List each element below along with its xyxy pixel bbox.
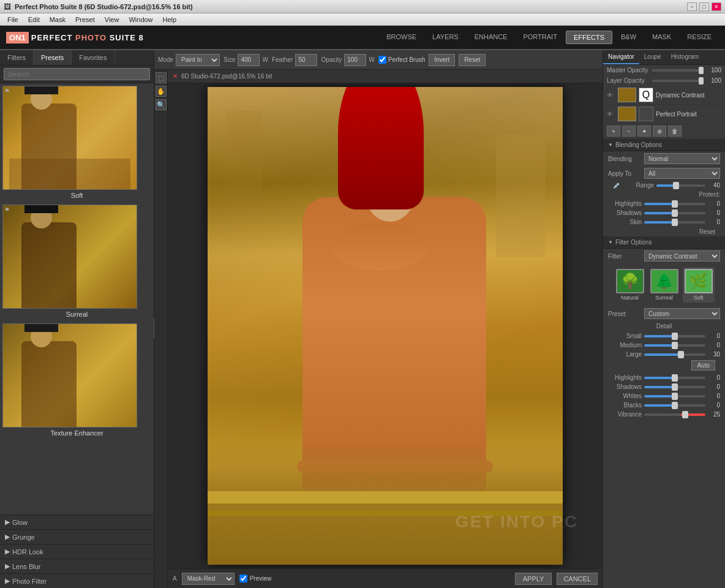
- mask-select[interactable]: Mask-Red Mask-Green Mask-Blue: [182, 573, 235, 585]
- highlights-blend-slider[interactable]: [644, 203, 705, 205]
- preview-label: Preview: [250, 575, 272, 582]
- layer-star-button[interactable]: ✦: [637, 126, 651, 137]
- select-tool[interactable]: ⬚: [156, 72, 167, 83]
- minimize-button[interactable]: −: [687, 2, 697, 11]
- preset-select[interactable]: Custom Natural Surreal Soft: [644, 308, 720, 319]
- blending-section-header[interactable]: ▼ Blending Options: [603, 139, 725, 151]
- menu-edit[interactable]: Edit: [23, 16, 45, 23]
- tab-favorites[interactable]: Favorites: [72, 50, 115, 65]
- blacks-filter-label: Blacks: [608, 402, 642, 409]
- layer-dynamic-contrast[interactable]: 👁 Q Dynamic Contrast: [603, 86, 725, 105]
- file-tab-close[interactable]: ✕: [173, 73, 178, 80]
- perfect-brush-checkbox[interactable]: [378, 56, 386, 64]
- menu-file[interactable]: File: [2, 16, 23, 23]
- tool-strip: ⬚ ✋ 🔍: [154, 70, 168, 588]
- section-photo-filter[interactable]: ▶ Photo Filter: [0, 573, 154, 588]
- preview-checkbox[interactable]: [239, 575, 247, 582]
- blending-section-label: Blending Options: [615, 141, 662, 148]
- highlights-blend-row: Highlights 0: [603, 199, 725, 208]
- preset-item-surreal[interactable]: ⚑ Surreal: [2, 205, 151, 320]
- small-slider[interactable]: [644, 335, 705, 337]
- layer-eye-icon-portrait[interactable]: 👁: [607, 111, 615, 118]
- layer-opacity-slider[interactable]: [652, 80, 704, 82]
- large-slider[interactable]: [644, 353, 705, 356]
- tab-filters[interactable]: Filters: [0, 50, 34, 65]
- preset-label-surreal: Surreal: [2, 309, 151, 320]
- invert-button[interactable]: Invert: [429, 54, 455, 66]
- feather-input[interactable]: [295, 54, 317, 66]
- perfect-brush-check[interactable]: Perfect Brush: [378, 56, 426, 64]
- shadows-blend-value: 0: [708, 209, 720, 216]
- maximize-button[interactable]: □: [699, 2, 709, 11]
- filter-section-header[interactable]: ▼ Filter Options: [603, 236, 725, 249]
- tab-navigator[interactable]: Navigator: [603, 50, 639, 64]
- nav-resize[interactable]: RESIZE: [680, 31, 719, 44]
- filter-preset-surreal[interactable]: 🌲 Surreal: [648, 267, 680, 303]
- zoom-tool[interactable]: 🔍: [156, 99, 167, 110]
- auto-button[interactable]: Auto: [691, 360, 715, 371]
- nav-mask[interactable]: MASK: [645, 31, 678, 44]
- search-input[interactable]: [4, 68, 150, 80]
- opacity-label: Opacity: [321, 56, 342, 63]
- skin-blend-slider[interactable]: [644, 221, 705, 224]
- cancel-button[interactable]: CANCEL: [557, 573, 598, 585]
- tab-histogram[interactable]: Histogram: [666, 50, 704, 64]
- section-hdr[interactable]: ▶ HDR Look: [0, 544, 154, 559]
- eyedropper-icon[interactable]: 💉: [613, 182, 618, 189]
- master-opacity-slider[interactable]: [652, 69, 704, 72]
- apply-to-select[interactable]: All: [644, 168, 720, 179]
- menu-view[interactable]: View: [100, 16, 124, 23]
- nav-layers[interactable]: LAYERS: [425, 31, 466, 44]
- medium-slider[interactable]: [644, 344, 705, 347]
- small-label: Small: [608, 333, 642, 339]
- section-lens-blur[interactable]: ▶ Lens Blur: [0, 559, 154, 573]
- range-slider[interactable]: [656, 184, 705, 187]
- preset-item-texture[interactable]: Texture Enhancer: [2, 323, 151, 439]
- tab-loupe[interactable]: Loupe: [639, 50, 666, 64]
- filter-preset-natural[interactable]: 🌳 Natural: [614, 267, 646, 303]
- blending-reset-button[interactable]: Reset: [608, 228, 720, 235]
- size-input[interactable]: [238, 54, 260, 66]
- layer-merge-button[interactable]: ⊕: [653, 126, 666, 137]
- layer-add-button[interactable]: +: [607, 126, 620, 137]
- close-button[interactable]: ✕: [712, 2, 721, 11]
- vibrance-filter-slider[interactable]: [644, 413, 705, 416]
- medium-value: 0: [708, 342, 720, 349]
- nav-browse[interactable]: BROWSE: [379, 31, 424, 44]
- filter-preset-soft[interactable]: 🌿 Soft: [683, 267, 715, 303]
- preview-check[interactable]: Preview: [239, 575, 272, 582]
- blending-select[interactable]: Normal Multiply Screen: [644, 153, 720, 164]
- apply-button[interactable]: APPLY: [515, 573, 552, 585]
- layer-perfect-portrait[interactable]: 👁 Perfect Portrait: [603, 105, 725, 124]
- filter-select[interactable]: Dynamic Contrast: [644, 251, 720, 262]
- layer-delete-button[interactable]: 🗑: [668, 126, 682, 137]
- nav-effects[interactable]: EFFECTS: [566, 31, 612, 44]
- menu-preset[interactable]: Preset: [70, 16, 100, 23]
- highlights-filter-slider[interactable]: [644, 377, 705, 379]
- menu-help[interactable]: Help: [158, 16, 182, 23]
- reset-button[interactable]: Reset: [459, 54, 486, 66]
- preset-flag-surreal: ⚑: [4, 206, 10, 213]
- shadows-blend-slider[interactable]: [644, 212, 705, 214]
- opacity-input[interactable]: [344, 54, 366, 66]
- blacks-filter-slider[interactable]: [644, 404, 705, 407]
- section-glow[interactable]: ▶ Glow: [0, 514, 154, 529]
- preset-thumb-texture: [2, 323, 137, 428]
- menubar: File Edit Mask Preset View Window Help: [0, 13, 725, 26]
- whites-filter-slider[interactable]: [644, 395, 705, 398]
- nav-bw[interactable]: B&W: [614, 31, 644, 44]
- shadows-filter-slider[interactable]: [644, 386, 705, 388]
- tab-presets[interactable]: Presets: [34, 50, 72, 65]
- section-grunge[interactable]: ▶ Grunge: [0, 529, 154, 544]
- perfect-brush-label: Perfect Brush: [388, 56, 426, 63]
- menu-mask[interactable]: Mask: [45, 16, 70, 23]
- layer-remove-button[interactable]: −: [622, 126, 636, 137]
- mode-select[interactable]: Paint In Paint Out: [176, 54, 220, 66]
- layer-eye-icon[interactable]: 👁: [607, 92, 615, 99]
- move-tool[interactable]: ✋: [156, 86, 167, 97]
- nav-enhance[interactable]: ENHANCE: [467, 31, 515, 44]
- preset-item-soft[interactable]: ⚑ Soft: [2, 86, 151, 201]
- main-canvas[interactable]: GET INTO PC: [168, 83, 603, 568]
- nav-portrait[interactable]: PORTRAIT: [516, 31, 564, 44]
- menu-window[interactable]: Window: [124, 16, 157, 23]
